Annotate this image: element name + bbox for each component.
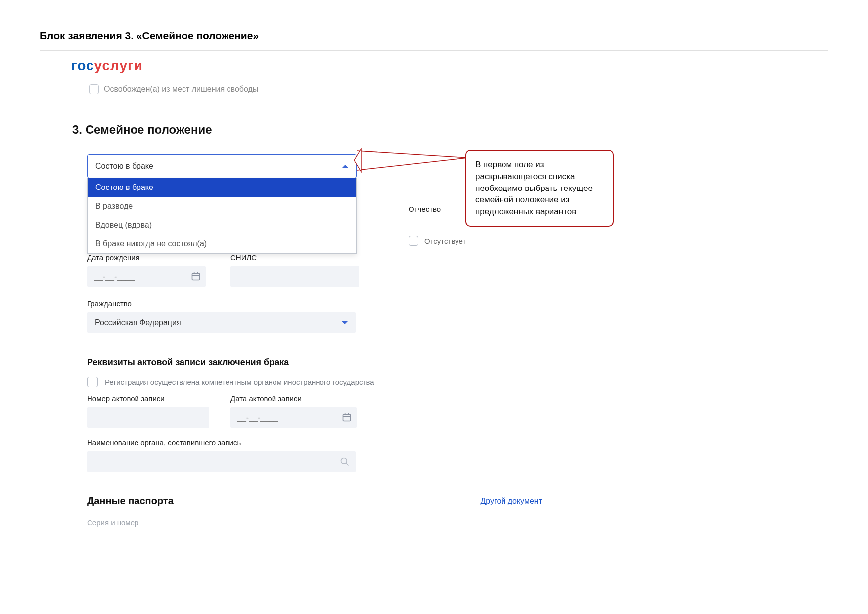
calendar-icon[interactable]: [191, 271, 201, 281]
passport-title: Данные паспорта: [87, 495, 174, 507]
foreign-reg-checkbox[interactable]: [87, 377, 98, 387]
patronymic-absent-label: Отсутствует: [424, 237, 466, 245]
svg-marker-12: [354, 149, 361, 172]
citizenship-label: Гражданство: [87, 299, 542, 308]
section-title: 3. Семейное положение: [72, 123, 554, 137]
callout-box: В первом поле из раскрывающегося списка …: [465, 150, 614, 227]
svg-rect-0: [192, 273, 200, 280]
patronymic-absent-checkbox[interactable]: [409, 236, 418, 246]
citizenship-select[interactable]: Российская Федерация: [87, 312, 356, 333]
marital-status-dropdown[interactable]: Состою в браке Состою в браке В разводе …: [87, 154, 357, 178]
calendar-icon[interactable]: [342, 412, 352, 422]
foreign-reg-label: Регистрация осуществлена компетентным ор…: [105, 378, 374, 386]
marriage-record-title: Реквизиты актовой записи заключения брак…: [87, 357, 542, 368]
record-date-input[interactable]: [230, 407, 357, 428]
svg-rect-4: [343, 414, 351, 421]
chevron-down-icon: [342, 321, 348, 324]
dropdown-option-1[interactable]: В разводе: [88, 197, 356, 216]
callout-text: В первом поле из раскрывающегося списка …: [475, 160, 593, 216]
dropdown-option-2[interactable]: Вдовец (вдова): [88, 216, 356, 235]
dropdown-selected[interactable]: Состою в браке: [87, 154, 357, 178]
serial-number-label: Серия и номер: [87, 519, 542, 527]
citizenship-value: Российская Федерация: [95, 318, 181, 327]
prev-section-remnant: Освобожден(а) из мест лишения свободы: [45, 79, 554, 98]
other-document-link[interactable]: Другой документ: [480, 497, 542, 506]
search-icon[interactable]: [340, 457, 350, 469]
dropdown-list: Состою в браке В разводе Вдовец (вдова) …: [87, 178, 357, 254]
dob-input[interactable]: [87, 266, 206, 287]
dropdown-option-3[interactable]: В браке никогда не состоял(а): [88, 235, 356, 253]
svg-line-9: [346, 463, 349, 466]
dropdown-option-0[interactable]: Состою в браке: [88, 178, 356, 197]
logo-part-uslugi: услуги: [94, 58, 143, 73]
dropdown-selected-text: Состою в браке: [95, 162, 153, 171]
callout-arrow: [354, 148, 473, 207]
record-number-input[interactable]: [87, 407, 209, 428]
released-label: Освобожден(а) из мест лишения свободы: [104, 85, 258, 94]
svg-point-8: [341, 458, 347, 464]
gosuslugi-logo: госуслуги: [71, 58, 554, 74]
dob-label: Дата рождения: [87, 253, 230, 262]
organ-search-input[interactable]: [87, 451, 356, 472]
chevron-up-icon: [342, 165, 348, 168]
svg-line-10: [357, 151, 468, 158]
record-date-label: Дата актовой записи: [230, 394, 359, 403]
organ-label: Наименование органа, составившего запись: [87, 438, 542, 447]
logo-part-gos: гос: [71, 58, 94, 73]
released-checkbox[interactable]: [89, 84, 99, 94]
doc-title: Блок заявления 3. «Семейное положение»: [40, 30, 828, 42]
record-number-label: Номер актовой записи: [87, 394, 230, 403]
svg-line-11: [357, 158, 468, 170]
snils-label: СНИЛС: [230, 253, 374, 262]
snils-input[interactable]: [230, 266, 359, 287]
